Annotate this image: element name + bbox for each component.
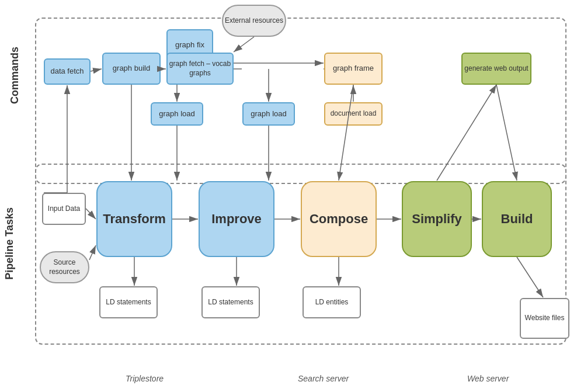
build-box: Build xyxy=(482,181,552,257)
triplestore-label: Triplestore xyxy=(126,374,164,383)
external-resources-box: External resources xyxy=(222,5,286,37)
graph-build-box: graph build xyxy=(102,53,161,85)
transform-box: Transform xyxy=(96,181,172,257)
graph-load-1-box: graph load xyxy=(151,102,203,126)
graph-load-2-box: graph load xyxy=(242,102,295,126)
diagram: Commands Pipeline Tasks External resourc… xyxy=(0,0,584,392)
ld-statements-1-box: LD statements xyxy=(99,286,158,318)
ld-statements-2-box: LD statements xyxy=(201,286,260,318)
compose-box: Compose xyxy=(301,181,377,257)
ld-entities-box: LD entities xyxy=(303,286,361,318)
commands-box xyxy=(35,18,566,184)
data-fetch-box: data fetch xyxy=(44,58,91,85)
improve-box: Improve xyxy=(199,181,274,257)
source-resources-box: Source resources xyxy=(40,251,89,283)
website-files-box: Website files xyxy=(520,298,569,339)
search-server-label: Search server xyxy=(298,374,349,383)
web-server-label: Web server xyxy=(467,374,509,383)
commands-label: Commands xyxy=(9,47,21,104)
simplify-box: Simplify xyxy=(402,181,472,257)
graph-frame-box: graph frame xyxy=(324,53,383,85)
input-data-box: Input Data xyxy=(42,193,86,225)
document-load-box: document load xyxy=(324,102,383,126)
pipeline-label: Pipeline Tasks xyxy=(4,207,16,280)
generate-web-output-box: generate web output xyxy=(461,53,531,85)
graph-fetch-vocab-box: graph fetch – vocab graphs xyxy=(166,53,234,85)
